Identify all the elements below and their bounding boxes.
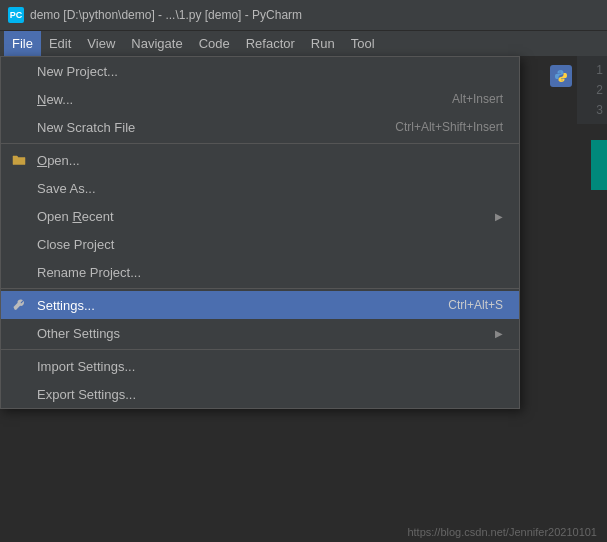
separator-3: [1, 349, 519, 350]
menu-run[interactable]: Run: [303, 31, 343, 56]
menu-item-save-as[interactable]: Save As...: [1, 174, 519, 202]
menu-view[interactable]: View: [79, 31, 123, 56]
menu-item-close-project[interactable]: Close Project: [1, 230, 519, 258]
submenu-arrow-other-settings: ▶: [495, 328, 503, 339]
menu-item-rename-project[interactable]: Rename Project...: [1, 258, 519, 286]
app-logo: PC: [8, 7, 24, 23]
menu-item-import-settings[interactable]: Import Settings...: [1, 352, 519, 380]
menu-item-export-settings[interactable]: Export Settings...: [1, 380, 519, 408]
menu-item-new[interactable]: New... Alt+Insert: [1, 85, 519, 113]
title-bar: PC demo [D:\python\demo] - ...\1.py [dem…: [0, 0, 607, 30]
separator-2: [1, 288, 519, 289]
separator-1: [1, 143, 519, 144]
folder-icon: [9, 154, 29, 166]
menu-edit[interactable]: Edit: [41, 31, 79, 56]
scroll-indicator: [591, 140, 607, 190]
menu-code[interactable]: Code: [191, 31, 238, 56]
file-dropdown: New Project... New... Alt+Insert New Scr…: [0, 56, 520, 409]
watermark-text: https://blog.csdn.net/Jennifer20210101: [407, 526, 597, 538]
menu-item-new-project[interactable]: New Project...: [1, 57, 519, 85]
menu-navigate[interactable]: Navigate: [123, 31, 190, 56]
line-number: 1: [581, 60, 603, 80]
menu-item-other-settings[interactable]: Other Settings ▶: [1, 319, 519, 347]
window-title: demo [D:\python\demo] - ...\1.py [demo] …: [30, 8, 302, 22]
line-number: 3: [581, 100, 603, 120]
wrench-icon: [9, 298, 29, 312]
python-icon: [550, 65, 572, 87]
menu-item-open-recent[interactable]: Open Recent ▶: [1, 202, 519, 230]
menu-item-open[interactable]: Open...: [1, 146, 519, 174]
submenu-arrow-recent: ▶: [495, 211, 503, 222]
menu-file[interactable]: File: [4, 31, 41, 56]
line-numbers: 1 2 3: [577, 56, 607, 124]
menu-item-settings[interactable]: Settings... Ctrl+Alt+S: [1, 291, 519, 319]
menu-item-new-scratch[interactable]: New Scratch File Ctrl+Alt+Shift+Insert: [1, 113, 519, 141]
menu-tool[interactable]: Tool: [343, 31, 383, 56]
line-number: 2: [581, 80, 603, 100]
menu-refactor[interactable]: Refactor: [238, 31, 303, 56]
menu-bar: File Edit View Navigate Code Refactor Ru…: [0, 30, 607, 56]
